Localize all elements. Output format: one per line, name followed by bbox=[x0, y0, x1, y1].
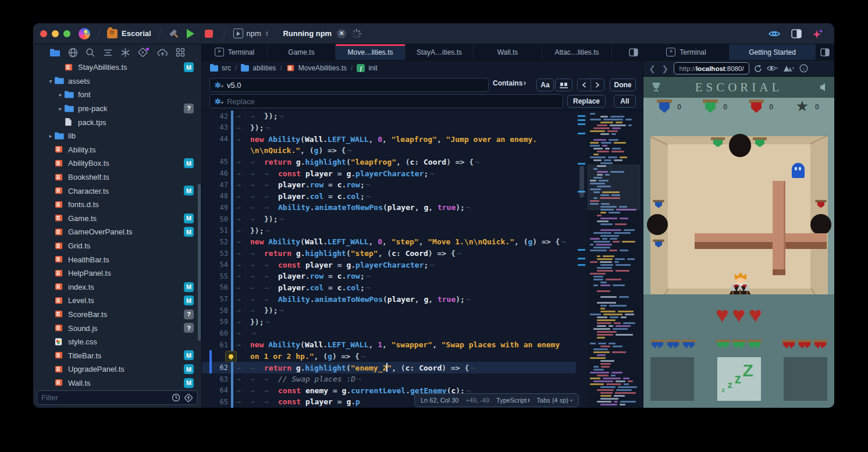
code-line-wrap[interactable]: \n\nQuick.", (g) => {¬ bbox=[202, 145, 576, 156]
replace-button[interactable]: Replace bbox=[567, 95, 606, 108]
breadcrumb-src[interactable]: src bbox=[210, 64, 231, 72]
code-line-54[interactable]: 54→→→const player = g.playerCharacter;¬ bbox=[202, 259, 576, 271]
code-line-46[interactable]: 46→→→const player = g.playerCharacter;¬ bbox=[202, 168, 576, 179]
enemy-ghost[interactable] bbox=[792, 163, 805, 178]
code-line-57[interactable]: 57→→→Ability.animateToNewPos(player, g, … bbox=[202, 293, 576, 305]
code-line-48[interactable]: 48→→→player.col = c.col;¬ bbox=[202, 190, 576, 202]
project-selector[interactable]: Escorial bbox=[107, 29, 151, 38]
tab-terminal[interactable]: >Terminal bbox=[202, 44, 268, 60]
replace-all-button[interactable]: All bbox=[614, 95, 636, 108]
code-line-47[interactable]: 47→→→player.row = c.row;¬ bbox=[202, 179, 576, 191]
firefox-icon[interactable] bbox=[79, 28, 90, 40]
run-button[interactable] bbox=[187, 29, 194, 38]
code-line-62[interactable]: 62→→return g.highlight("enemy_2", (c: Co… bbox=[202, 362, 576, 373]
close-window-button[interactable] bbox=[40, 30, 47, 37]
history-clock-icon[interactable] bbox=[172, 393, 180, 402]
ability-box[interactable] bbox=[784, 357, 827, 401]
tree-item-index-ts[interactable]: index.tsM bbox=[33, 280, 201, 294]
stop-button[interactable] bbox=[205, 30, 213, 38]
tab-game-ts[interactable]: Game.ts bbox=[268, 44, 336, 60]
tree-item-gameoverpanel-ts[interactable]: GameOverPanel.tsM bbox=[33, 225, 201, 239]
tree-item-game-ts[interactable]: Game.tsM bbox=[33, 212, 201, 226]
editor-scrollbar[interactable] bbox=[577, 111, 586, 408]
tree-item-lib[interactable]: ▸lib bbox=[33, 129, 201, 143]
breadcrumb-symbol[interactable]: f init bbox=[357, 64, 377, 72]
zoom-window-button[interactable] bbox=[63, 30, 70, 37]
speaker-icon[interactable] bbox=[819, 83, 828, 92]
replace-history-icon[interactable]: ✲▾ bbox=[215, 97, 223, 106]
tree-item-healthbar-ts[interactable]: HealthBar.ts bbox=[33, 252, 201, 266]
back-button[interactable]: ❮ bbox=[648, 64, 656, 73]
caret-position[interactable]: Ln 62, Col 30 bbox=[421, 397, 458, 404]
search-mode-dropdown[interactable]: Contains ▴▾ bbox=[493, 79, 526, 87]
tree-item-stayabilities-ts[interactable]: StayAbilities.tsM bbox=[33, 60, 201, 74]
code-line-44[interactable]: 44→new Ability(Wall.LEFT_WALL, 0, "leapf… bbox=[202, 133, 576, 145]
minimize-window-button[interactable] bbox=[52, 30, 59, 37]
code-line-52[interactable]: 52→new Ability(Wall.LEFT_WALL, 0, "step"… bbox=[202, 236, 576, 248]
next-match-button[interactable] bbox=[590, 79, 604, 91]
info-icon[interactable]: i bbox=[799, 64, 808, 73]
replace-input[interactable]: ✲▾ Replace bbox=[209, 94, 563, 108]
web-globe-icon[interactable] bbox=[68, 48, 78, 58]
minimap-viewport[interactable] bbox=[588, 165, 640, 210]
search-icon[interactable] bbox=[86, 48, 95, 58]
ai-sparkle-icon[interactable] bbox=[812, 28, 824, 40]
url-input[interactable]: http://localhost:8080/ bbox=[674, 62, 749, 74]
code-line-58[interactable]: 58→→});¬ bbox=[202, 305, 576, 316]
tab-move-lities-ts[interactable]: Move…lities.ts bbox=[336, 44, 405, 60]
done-button[interactable]: Done bbox=[610, 79, 636, 91]
tree-item-scorebar-ts[interactable]: ScoreBar.ts? bbox=[33, 308, 201, 322]
structure-icon[interactable] bbox=[103, 48, 113, 57]
filter-input[interactable]: Filter bbox=[37, 390, 198, 405]
code-line-61[interactable]: 61→new Ability(Wall.LEFT_WALL, 1, "swapp… bbox=[202, 339, 576, 351]
tab-wall-ts[interactable]: Wall.ts bbox=[474, 44, 542, 60]
tree-item-style-css[interactable]: style.css bbox=[33, 335, 201, 349]
sidebar-scrollbar[interactable] bbox=[198, 184, 201, 341]
code-line-53[interactable]: 53→→return g.highlight("step", (c: Coord… bbox=[202, 248, 576, 259]
build-hammer-icon[interactable] bbox=[168, 28, 180, 40]
search-input[interactable]: ✲▾ v5.0 bbox=[209, 78, 489, 92]
tree-item-wall-ts[interactable]: Wall.tsM bbox=[33, 376, 201, 390]
search-history-icon[interactable]: ✲▾ bbox=[215, 81, 223, 90]
code-line-55[interactable]: 55→→→player.row = c.row;¬ bbox=[202, 271, 576, 282]
tree-item-sound-js[interactable]: Sound.js? bbox=[33, 321, 201, 335]
device-mode-icon[interactable] bbox=[783, 65, 795, 72]
tree-item-level-ts[interactable]: Level.tsM bbox=[33, 294, 201, 308]
code-line-wrap[interactable]: on 1 or 2 hp.", (g) => {¬ bbox=[202, 350, 576, 362]
tree-item-assets[interactable]: ▾assets bbox=[33, 74, 201, 88]
refresh-icon[interactable] bbox=[754, 65, 762, 73]
code-line-42[interactable]: 42→→});¬ bbox=[202, 111, 576, 122]
code-line-45[interactable]: 45→→return g.highlight("leapfrog", (c: C… bbox=[202, 156, 576, 168]
chevron-right-icon[interactable]: ▸ bbox=[57, 105, 64, 112]
code-line-56[interactable]: 56→→→player.col = c.col;¬ bbox=[202, 282, 576, 294]
intention-bulb-icon[interactable] bbox=[225, 351, 237, 362]
tree-item-pack-tps[interactable]: pack.tps bbox=[33, 115, 201, 129]
running-task-tab[interactable]: Running npm ✕ bbox=[283, 29, 362, 39]
game-viewport[interactable]: ESCORIAL 000★0 bbox=[643, 77, 834, 408]
forward-button[interactable]: ❯ bbox=[661, 64, 669, 73]
project-files-icon[interactable] bbox=[49, 48, 61, 57]
ability-box[interactable] bbox=[650, 357, 694, 401]
commit-icon[interactable] bbox=[138, 47, 150, 58]
tab-getting-started[interactable]: Getting Started bbox=[730, 44, 816, 60]
cloud-upload-icon[interactable] bbox=[157, 48, 168, 57]
tab-terminal[interactable]: >Terminal bbox=[643, 44, 730, 60]
tab-attac-lities-ts[interactable]: Attac…lities.ts bbox=[542, 44, 612, 60]
layout-panels-icon[interactable] bbox=[791, 29, 802, 38]
code-line-63[interactable]: 63→→→// Swap places :D¬ bbox=[202, 373, 576, 385]
chevron-right-icon[interactable]: ▸ bbox=[57, 91, 64, 98]
ability-box-sleeping[interactable]: zzzZ bbox=[717, 357, 761, 401]
split-panel-icon[interactable] bbox=[629, 48, 638, 56]
run-config-selector[interactable]: npm ▴▾ bbox=[233, 29, 268, 38]
chevron-right-icon[interactable]: ▸ bbox=[47, 133, 54, 139]
indent-selector[interactable]: Tabs (4 sp) ▾ bbox=[537, 397, 572, 404]
bookmarks-asterisk-icon[interactable] bbox=[120, 48, 130, 58]
tree-item-character-ts[interactable]: Character.tsM bbox=[33, 184, 201, 198]
scrollbar-thumb[interactable] bbox=[579, 166, 584, 198]
code-line-60[interactable]: 60→¬ bbox=[202, 328, 576, 339]
previous-match-button[interactable] bbox=[577, 79, 591, 91]
browser-select-eye-icon[interactable] bbox=[767, 65, 778, 72]
minimap[interactable] bbox=[588, 111, 640, 408]
tree-item-pre-pack[interactable]: ▸pre-pack? bbox=[33, 102, 201, 116]
breadcrumb-file[interactable]: MoveAbilities.ts bbox=[286, 64, 347, 72]
